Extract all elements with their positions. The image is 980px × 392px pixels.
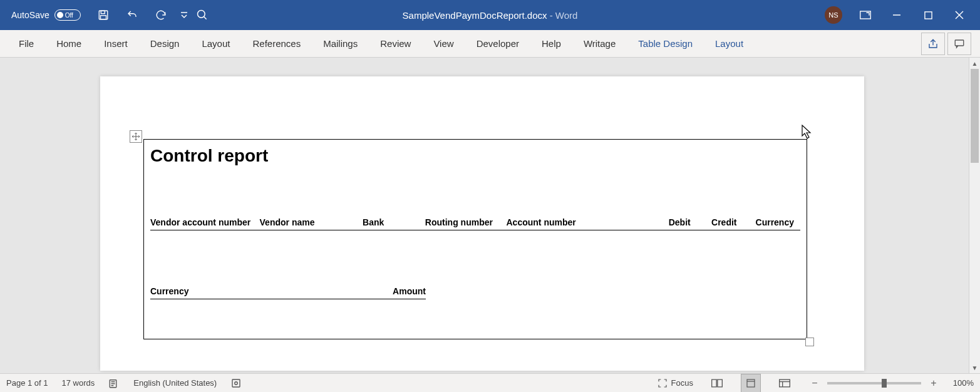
- svg-rect-15: [232, 379, 240, 387]
- table-resize-handle[interactable]: [805, 338, 814, 346]
- ribbon-tabs: File Home Insert Design Layout Reference…: [0, 30, 980, 58]
- col-vendor-account: Vendor account number: [150, 217, 260, 227]
- document-page[interactable]: Control report Vendor account number Ven…: [100, 76, 864, 371]
- save-button[interactable]: [92, 4, 115, 26]
- scroll-down-button[interactable]: ▼: [969, 362, 980, 373]
- spell-check-button[interactable]: [108, 378, 120, 389]
- tab-layout[interactable]: Layout: [190, 30, 241, 57]
- tab-developer[interactable]: Developer: [465, 30, 530, 57]
- svg-point-4: [197, 11, 205, 18]
- svg-rect-8: [924, 11, 931, 18]
- tab-design[interactable]: Design: [139, 30, 191, 57]
- app-name: - Word: [547, 10, 578, 21]
- page-indicator[interactable]: Page 1 of 1: [6, 378, 48, 388]
- scroll-up-button[interactable]: ▲: [969, 58, 980, 69]
- tab-insert[interactable]: Insert: [93, 30, 139, 57]
- tab-help[interactable]: Help: [530, 30, 572, 57]
- focus-mode-button[interactable]: Focus: [658, 378, 693, 388]
- table-move-handle[interactable]: [130, 130, 142, 143]
- col-vendor-name: Vendor name: [260, 217, 363, 227]
- svg-rect-19: [780, 379, 790, 387]
- autosave-state: Off: [65, 12, 73, 19]
- tab-view[interactable]: View: [422, 30, 465, 57]
- ribbon-display-options-button[interactable]: [851, 0, 880, 30]
- document-table[interactable]: Control report Vendor account number Ven…: [143, 139, 807, 339]
- sub-amount: Amount: [376, 286, 426, 296]
- share-button[interactable]: [921, 33, 945, 55]
- tab-review[interactable]: Review: [369, 30, 422, 57]
- vertical-scrollbar[interactable]: ▲ ▼: [969, 58, 980, 373]
- col-routing: Routing number: [425, 217, 507, 227]
- zoom-level[interactable]: 100%: [946, 378, 974, 388]
- sub-currency: Currency: [150, 286, 376, 296]
- zoom-in-button[interactable]: +: [927, 378, 940, 389]
- zoom-out-button[interactable]: −: [808, 378, 821, 389]
- zoom-slider[interactable]: [827, 382, 921, 384]
- tab-table-layout[interactable]: Layout: [704, 30, 755, 57]
- language-indicator[interactable]: English (United States): [133, 378, 217, 388]
- status-bar: Page 1 of 1 17 words English (United Sta…: [0, 373, 980, 392]
- tab-home[interactable]: Home: [45, 30, 93, 57]
- svg-line-5: [204, 17, 206, 19]
- window-title: SampleVendPaymDocReport.docx - Word: [403, 10, 578, 21]
- close-button[interactable]: [945, 0, 974, 30]
- svg-rect-11: [955, 40, 964, 46]
- search-button[interactable]: [190, 3, 215, 28]
- word-count[interactable]: 17 words: [62, 378, 95, 388]
- tab-references[interactable]: References: [241, 30, 312, 57]
- report-title: Control report: [144, 140, 807, 170]
- svg-rect-17: [747, 379, 755, 387]
- title-bar: AutoSave Off SampleVendPaymDocReport.doc…: [0, 0, 980, 30]
- tab-file[interactable]: File: [8, 30, 45, 57]
- col-currency: Currency: [743, 217, 800, 227]
- autosave-toggle[interactable]: AutoSave Off: [6, 9, 86, 21]
- zoom-control: − + 100%: [808, 378, 974, 389]
- table-subheader-row: Currency Amount: [150, 286, 426, 299]
- toggle-dot-icon: [57, 12, 63, 18]
- col-debit: Debit: [625, 217, 697, 227]
- table-header-row: Vendor account number Vendor name Bank R…: [150, 217, 800, 230]
- tab-table-design[interactable]: Table Design: [627, 30, 704, 57]
- col-bank: Bank: [363, 217, 425, 227]
- maximize-button[interactable]: [914, 0, 942, 30]
- quick-access-toolbar: AutoSave Off: [6, 4, 190, 26]
- user-avatar[interactable]: NS: [825, 6, 842, 24]
- minimize-button[interactable]: [882, 0, 911, 30]
- web-layout-button[interactable]: [775, 374, 795, 393]
- tab-writage[interactable]: Writage: [572, 30, 627, 57]
- qat-customize-button[interactable]: [178, 4, 190, 26]
- document-name: SampleVendPaymDocReport.docx: [403, 10, 547, 21]
- svg-rect-1: [101, 11, 105, 14]
- col-credit: Credit: [697, 217, 743, 227]
- comments-button[interactable]: [947, 33, 971, 55]
- undo-button[interactable]: [121, 4, 143, 26]
- document-workspace[interactable]: Control report Vendor account number Ven…: [0, 58, 980, 373]
- title-bar-right: NS: [825, 0, 974, 30]
- scroll-thumb[interactable]: [971, 69, 979, 163]
- tab-mailings[interactable]: Mailings: [312, 30, 369, 57]
- print-layout-button[interactable]: [741, 374, 761, 393]
- toggle-switch[interactable]: Off: [54, 9, 81, 21]
- zoom-slider-thumb[interactable]: [882, 379, 887, 388]
- macro-button[interactable]: [230, 378, 242, 389]
- redo-button[interactable]: [150, 4, 172, 26]
- svg-rect-2: [100, 16, 106, 19]
- read-mode-button[interactable]: [707, 374, 727, 393]
- scroll-track[interactable]: [969, 69, 980, 362]
- autosave-label: AutoSave: [11, 10, 49, 20]
- col-account: Account number: [507, 217, 626, 227]
- svg-point-16: [235, 381, 238, 384]
